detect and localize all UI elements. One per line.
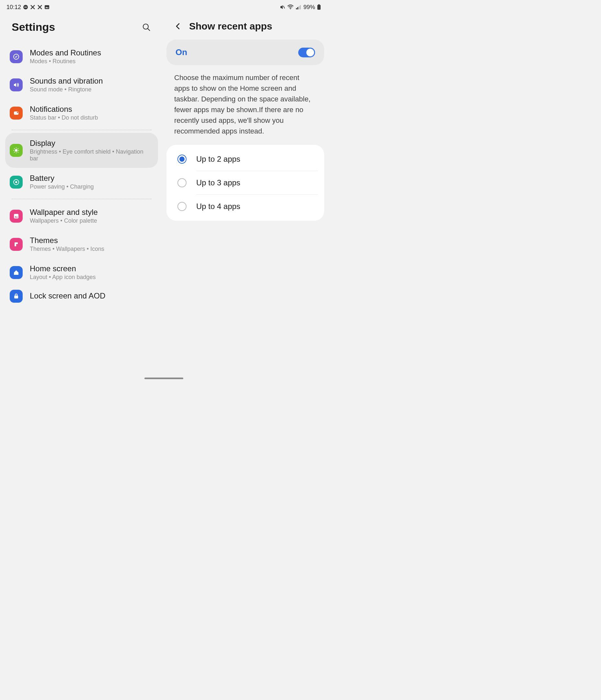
settings-item-modes[interactable]: Modes and Routines Modes • Routines — [0, 43, 163, 71]
settings-item-home-screen[interactable]: Home screen Layout • App icon badges — [0, 258, 163, 286]
item-title: Sounds and vibration — [30, 76, 157, 85]
chevron-left-icon — [174, 22, 182, 30]
search-icon — [142, 23, 151, 32]
item-title: Notifications — [30, 105, 157, 114]
item-sub: Layout • App icon badges — [30, 274, 157, 281]
image-icon — [44, 4, 50, 10]
svg-point-15 — [17, 112, 18, 113]
home-icon — [10, 266, 23, 279]
settings-title: Settings — [12, 21, 55, 33]
status-bar: 10:12 99% — [0, 0, 328, 14]
wifi-icon — [287, 4, 294, 10]
notifications-icon — [10, 107, 23, 120]
detail-title: Show recent apps — [189, 21, 272, 32]
master-toggle-card[interactable]: On — [166, 40, 324, 65]
settings-item-sounds[interactable]: Sounds and vibration Sound mode • Ringto… — [0, 71, 163, 99]
item-sub: Modes • Routines — [30, 58, 157, 65]
search-button[interactable] — [141, 22, 152, 32]
svg-point-16 — [15, 149, 18, 152]
divider — [12, 199, 152, 199]
settings-item-notifications[interactable]: Notifications Status bar • Do not distur… — [0, 99, 163, 127]
signal-icon — [296, 4, 302, 10]
item-sub: Wallpapers • Color palette — [30, 218, 157, 224]
radio-icon — [178, 155, 186, 164]
settings-pane: Settings Modes and Routines Modes • Rout… — [0, 14, 163, 381]
svg-point-26 — [15, 181, 17, 183]
options-card: Up to 2 apps Up to 3 apps Up to 4 apps — [166, 145, 324, 221]
item-sub: Status bar • Do not disturb — [30, 115, 157, 121]
option-up-to-3[interactable]: Up to 3 apps — [166, 171, 324, 195]
svg-line-3 — [283, 6, 285, 8]
svg-line-24 — [14, 152, 15, 153]
item-sub: Sound mode • Ringtone — [30, 86, 157, 93]
option-up-to-4[interactable]: Up to 4 apps — [166, 195, 324, 218]
lock-icon — [10, 290, 23, 303]
dnd-icon — [23, 4, 28, 10]
item-title: Wallpaper and style — [30, 208, 157, 217]
switch-knob — [306, 49, 314, 56]
item-title: Battery — [30, 174, 157, 183]
svg-line-21 — [14, 148, 15, 149]
svg-line-22 — [18, 152, 19, 153]
svg-rect-10 — [318, 4, 320, 5]
sound-icon — [10, 78, 23, 92]
option-up-to-2[interactable]: Up to 2 apps — [166, 147, 324, 171]
svg-point-4 — [290, 8, 291, 9]
toggle-label: On — [176, 47, 187, 57]
wallpaper-icon — [10, 210, 23, 223]
battery-icon — [317, 4, 321, 10]
settings-item-lock-screen[interactable]: Lock screen and AOD — [0, 286, 163, 306]
svg-rect-6 — [297, 7, 298, 9]
item-title: Display — [30, 139, 152, 148]
svg-rect-2 — [45, 5, 49, 9]
x-app-icon — [30, 4, 35, 10]
item-sub: Themes • Wallpapers • Icons — [30, 246, 157, 252]
svg-rect-7 — [298, 6, 299, 9]
settings-item-wallpaper[interactable]: Wallpaper and style Wallpapers • Color p… — [0, 202, 163, 230]
svg-point-11 — [143, 24, 148, 29]
navigation-handle[interactable] — [145, 378, 183, 379]
settings-item-display[interactable]: Display Brightness • Eye comfort shield … — [5, 133, 158, 168]
option-label: Up to 2 apps — [196, 155, 240, 164]
divider — [12, 130, 152, 130]
status-battery-pct: 99% — [304, 4, 315, 11]
master-switch[interactable] — [298, 48, 315, 57]
svg-rect-5 — [296, 8, 297, 9]
svg-rect-8 — [300, 5, 301, 9]
svg-line-12 — [148, 28, 150, 31]
option-label: Up to 4 apps — [196, 202, 240, 211]
svg-line-23 — [18, 148, 19, 149]
option-label: Up to 3 apps — [196, 178, 240, 187]
svg-rect-28 — [14, 296, 18, 298]
display-icon — [10, 144, 23, 157]
settings-item-battery[interactable]: Battery Power saving • Charging — [0, 168, 163, 196]
routines-icon — [10, 50, 23, 63]
item-title: Modes and Routines — [30, 48, 157, 57]
themes-icon — [10, 238, 23, 251]
settings-item-themes[interactable]: Themes Themes • Wallpapers • Icons — [0, 230, 163, 258]
mute-icon — [280, 4, 285, 10]
item-title: Home screen — [30, 264, 157, 273]
x-app-icon — [37, 4, 43, 10]
battery-settings-icon — [10, 176, 23, 189]
svg-rect-27 — [14, 214, 19, 219]
back-button[interactable] — [172, 21, 183, 32]
svg-rect-9 — [317, 5, 320, 10]
item-sub: Brightness • Eye comfort shield • Naviga… — [30, 148, 152, 162]
detail-pane: Show recent apps On Choose the maximum n… — [163, 14, 328, 381]
item-title: Themes — [30, 236, 157, 245]
item-sub: Power saving • Charging — [30, 183, 157, 190]
item-title: Lock screen and AOD — [30, 291, 157, 300]
description-text: Choose the maximum number of recent apps… — [163, 65, 328, 145]
radio-icon — [178, 178, 186, 187]
radio-icon — [178, 202, 186, 211]
svg-rect-1 — [24, 7, 27, 7]
status-time: 10:12 — [6, 4, 21, 11]
